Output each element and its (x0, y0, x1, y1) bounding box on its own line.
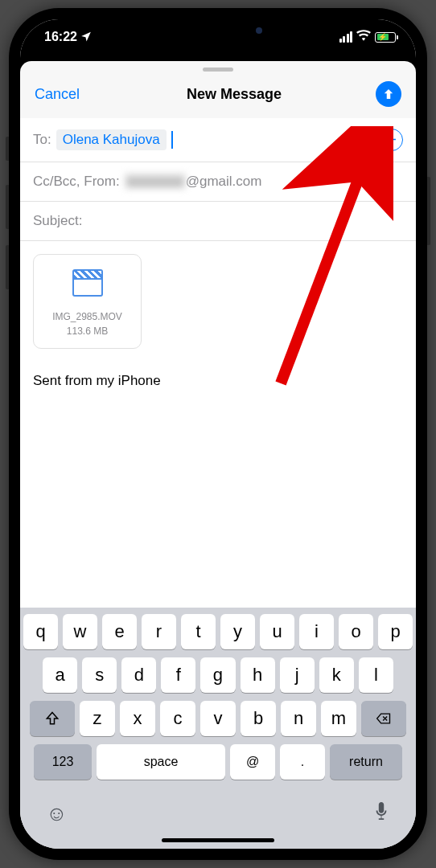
emoji-icon: ☺ (46, 801, 68, 825)
wifi-icon (356, 30, 371, 44)
send-button[interactable] (376, 81, 401, 107)
key-m[interactable]: m (321, 701, 356, 736)
keyboard: q w e r t y u i o p a s d (20, 608, 416, 849)
battery-icon: ⚡ (375, 32, 398, 43)
keyboard-row-2: a s d f g h j k l (23, 657, 413, 693)
sheet-grabber[interactable] (203, 68, 233, 72)
key-h[interactable]: h (241, 657, 275, 693)
dot-key[interactable]: . (280, 744, 325, 780)
key-y[interactable]: y (220, 614, 255, 649)
numbers-key[interactable]: 123 (34, 744, 92, 780)
key-f[interactable]: f (161, 657, 195, 693)
keyboard-row-1: q w e r t y u i o p (23, 614, 413, 649)
key-c[interactable]: c (160, 701, 195, 736)
keyboard-row-4: 123 space @ . return (23, 744, 413, 780)
recipient-pill[interactable]: Olena Kahujova (56, 129, 167, 150)
to-label: To: (33, 132, 51, 148)
key-z[interactable]: z (80, 701, 115, 736)
key-g[interactable]: g (200, 657, 235, 693)
key-x[interactable]: x (120, 701, 155, 736)
space-key[interactable]: space (97, 744, 225, 780)
key-d[interactable]: d (121, 657, 156, 693)
key-e[interactable]: e (102, 614, 137, 649)
key-s[interactable]: s (82, 657, 117, 693)
shift-key[interactable] (30, 701, 75, 736)
to-field-row[interactable]: To: Olena Kahujova + (20, 118, 416, 162)
header-title: New Message (187, 86, 282, 103)
microphone-icon (372, 800, 390, 821)
text-cursor (171, 131, 173, 149)
message-body[interactable]: IMG_2985.MOV 113.6 MB Sent from my iPhon… (20, 241, 416, 608)
backspace-icon (376, 710, 392, 727)
key-w[interactable]: w (63, 614, 97, 649)
subject-label: Subject: (33, 213, 82, 229)
key-b[interactable]: b (241, 701, 276, 736)
emoji-button[interactable]: ☺ (46, 801, 68, 826)
key-k[interactable]: k (319, 657, 354, 693)
backspace-key[interactable] (361, 701, 406, 736)
attachment-card[interactable]: IMG_2985.MOV 113.6 MB (33, 254, 142, 349)
plus-icon: + (387, 131, 397, 149)
cellular-signal-icon (339, 31, 353, 43)
compose-header: Cancel New Message (20, 76, 416, 118)
keyboard-row-3: z x c v b n m (23, 701, 413, 736)
iphone-frame: 16:22 ⚡ (9, 8, 427, 860)
cc-bcc-from-label: Cc/Bcc, From: (33, 174, 120, 190)
from-email: xxxxxxxx@gmail.com (125, 174, 262, 190)
location-indicator-icon (80, 31, 92, 44)
video-file-icon (72, 269, 103, 297)
key-a[interactable]: a (43, 657, 77, 693)
email-signature: Sent from my iPhone (33, 373, 403, 389)
home-indicator[interactable] (162, 838, 274, 842)
cc-bcc-from-row[interactable]: Cc/Bcc, From: xxxxxxxx@gmail.com (20, 162, 416, 202)
return-key[interactable]: return (330, 744, 402, 780)
key-i[interactable]: i (299, 614, 334, 649)
arrow-up-icon (381, 87, 396, 101)
attachment-filesize: 113.6 MB (42, 326, 133, 337)
dictation-button[interactable] (372, 800, 390, 827)
key-n[interactable]: n (281, 701, 316, 736)
shift-icon (44, 710, 60, 727)
cancel-button[interactable]: Cancel (35, 86, 93, 103)
status-time: 16:22 (44, 30, 77, 44)
add-contact-button[interactable]: + (380, 129, 403, 151)
key-u[interactable]: u (260, 614, 294, 649)
attachment-filename: IMG_2985.MOV (42, 311, 133, 322)
key-v[interactable]: v (200, 701, 236, 736)
key-p[interactable]: p (378, 614, 413, 649)
key-l[interactable]: l (359, 657, 393, 693)
subject-row[interactable]: Subject: (20, 202, 416, 241)
key-j[interactable]: j (280, 657, 315, 693)
key-r[interactable]: r (142, 614, 176, 649)
at-key[interactable]: @ (230, 744, 275, 780)
key-q[interactable]: q (23, 614, 58, 649)
key-t[interactable]: t (181, 614, 216, 649)
notch (138, 19, 298, 42)
key-o[interactable]: o (339, 614, 373, 649)
keyboard-bottom-row: ☺ (23, 788, 413, 833)
